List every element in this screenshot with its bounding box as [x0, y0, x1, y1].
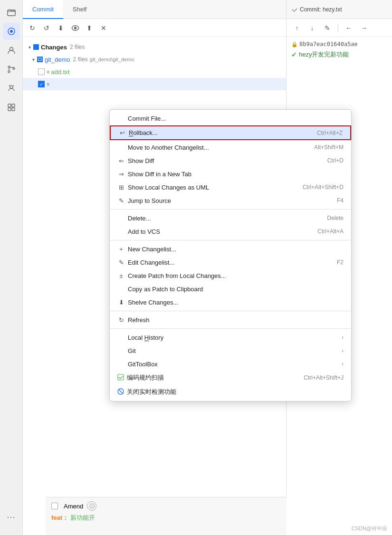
amend-checkbox[interactable]	[51, 503, 58, 509]
show-diff-icon: ⇐	[117, 157, 125, 164]
repo-indicator	[37, 57, 43, 62]
bottom-bar: Amend ⓘ feat： 新功能开	[46, 497, 309, 535]
menu-local-history[interactable]: Local History ›	[110, 331, 351, 344]
menu-add-vcs[interactable]: Add to VCS Ctrl+Alt+A	[110, 225, 351, 238]
menu-rollback[interactable]: ↩ Rollback... Ctrl+Alt+Z	[110, 125, 351, 140]
sidebar: ···	[0, 0, 23, 535]
git-label: Git	[128, 347, 136, 354]
changes-arrow: ▾	[27, 44, 32, 50]
diff-edit-button[interactable]: ✎	[322, 22, 333, 34]
repo-label: git_demo	[45, 56, 70, 63]
code-scan-icon	[117, 374, 124, 382]
create-patch-label: Create Patch from Local Changes...	[128, 272, 226, 279]
sidebar-icon-apps[interactable]	[3, 99, 20, 116]
file1-label: add.txt	[51, 68, 69, 76]
rollback-icon: ↩	[118, 129, 126, 136]
diff-hash-row: 🔒 8b9a7eac01640a5ae	[291, 41, 387, 48]
jump-source-icon: ✎	[117, 197, 125, 204]
delete-shortcut: Delete	[327, 215, 344, 221]
refresh-label: Refresh	[128, 316, 150, 324]
diff-down-button[interactable]: ↓	[306, 22, 318, 34]
diff-header: Commit: hezy.txt	[287, 0, 392, 19]
sidebar-icon-cat[interactable]	[3, 80, 20, 97]
sidebar-icon-branch[interactable]	[3, 61, 20, 78]
amend-label: Amend	[64, 503, 83, 510]
menu-commit-file[interactable]: Commit File...	[110, 112, 351, 125]
tab-commit[interactable]: Commit	[23, 0, 63, 19]
sidebar-icon-folder[interactable]	[3, 4, 20, 21]
menu-realtime-detect[interactable]: 关闭实时检测功能	[110, 385, 351, 399]
repo-row[interactable]: ▾ git_demo 2 files git_demo\git_demo	[23, 53, 286, 66]
amend-info[interactable]: ⓘ	[87, 501, 96, 511]
menu-create-patch[interactable]: ± Create Patch from Local Changes...	[110, 269, 351, 282]
refresh-button[interactable]: ↻	[27, 22, 38, 34]
sidebar-icon-user[interactable]	[3, 42, 20, 59]
show-diff-tab-label: Show Diff in a New Tab	[128, 171, 191, 178]
diff-up-button[interactable]: ↑	[291, 22, 303, 34]
menu-edit-changelist[interactable]: ✎ Edit Changelist... F2	[110, 256, 351, 269]
menu-shelve[interactable]: ⬇ Shelve Changes...	[110, 296, 351, 309]
menu-code-scan[interactable]: 编码规约扫描 Ctrl+Alt+Shift+J	[110, 371, 351, 385]
edit-changelist-label: Edit Changelist...	[128, 259, 174, 266]
file1-row[interactable]: ≡ add.txt	[23, 66, 286, 78]
menu-show-diff-tab[interactable]: ⇒ Show Diff in a New Tab	[110, 167, 351, 181]
watermark: CSDN@何中应	[352, 525, 387, 532]
menu-copy-patch[interactable]: Copy as Patch to Clipboard	[110, 282, 351, 296]
delete-label: Delete...	[128, 215, 151, 222]
menu-show-uml[interactable]: ⊞ Show Local Changes as UML Ctrl+Alt+Shi…	[110, 181, 351, 194]
diff-title: Commit: hezy.txt	[300, 6, 342, 13]
file2-checkbox[interactable]	[38, 81, 45, 87]
download-button[interactable]: ⬇	[55, 22, 67, 34]
divider-2	[110, 240, 351, 240]
diff-back-button[interactable]: ←	[343, 22, 354, 34]
menu-move-changelist[interactable]: Move to Another Changelist... Alt+Shift+…	[110, 141, 351, 154]
menu-new-changelist[interactable]: + New Changelist...	[110, 242, 351, 256]
jump-source-label: Jump to Source	[128, 197, 171, 204]
show-diff-shortcut: Ctrl+D	[327, 157, 344, 164]
copy-patch-label: Copy as Patch to Clipboard	[128, 286, 203, 293]
check-icon: ✔	[291, 51, 297, 58]
sidebar-icon-more[interactable]: ···	[3, 508, 20, 525]
file2-row[interactable]: ≡	[23, 78, 286, 90]
show-diff-label: Show Diff	[128, 157, 154, 164]
sidebar-icon-commit[interactable]	[3, 23, 20, 40]
changes-count: 2 files	[70, 44, 85, 50]
diff-message: hezy开发完新功能	[299, 50, 349, 59]
commit-message: feat： 新功能开	[51, 514, 304, 522]
svg-rect-8	[8, 104, 11, 107]
tab-bar: Commit Shelf	[23, 0, 286, 19]
show-diff-tab-icon: ⇒	[117, 171, 125, 178]
move-changelist-shortcut: Alt+Shift+M	[314, 144, 344, 151]
gittoolbox-arrow: ›	[342, 361, 344, 367]
new-changelist-icon: +	[117, 246, 125, 253]
diff-forward-button[interactable]: →	[358, 22, 370, 34]
menu-show-diff[interactable]: ⇐ Show Diff Ctrl+D	[110, 154, 351, 167]
eye-button[interactable]	[69, 22, 81, 34]
close-button[interactable]: ✕	[98, 22, 109, 34]
refresh-icon: ↻	[117, 316, 125, 324]
menu-jump-source[interactable]: ✎ Jump to Source F4	[110, 194, 351, 207]
divider-4	[110, 328, 351, 329]
rollback-shortcut: Ctrl+Alt+Z	[317, 130, 343, 136]
code-scan-shortcut: Ctrl+Alt+Shift+J	[304, 374, 344, 381]
file1-checkbox[interactable]	[38, 68, 45, 75]
svg-point-7	[10, 86, 13, 88]
toolbar: ↻ ↺ ⬇ ⬆ ✕	[23, 19, 286, 37]
svg-line-17	[119, 390, 123, 393]
add-vcs-label: Add to VCS	[128, 228, 160, 235]
tab-shelf[interactable]: Shelf	[63, 0, 96, 19]
jump-source-shortcut: F4	[337, 197, 344, 204]
divider-1	[110, 209, 351, 210]
undo-button[interactable]: ↺	[41, 22, 52, 34]
menu-delete[interactable]: Delete... Delete	[110, 211, 351, 225]
menu-gittoolbox[interactable]: GitToolBox ›	[110, 357, 351, 371]
changes-row[interactable]: ▾ Changes 2 files	[23, 41, 286, 53]
menu-git[interactable]: Git ›	[110, 344, 351, 357]
upload-button[interactable]: ⬆	[84, 22, 95, 34]
svg-rect-15	[118, 374, 124, 380]
show-uml-shortcut: Ctrl+Alt+Shift+D	[303, 184, 344, 191]
menu-refresh[interactable]: ↻ Refresh	[110, 313, 351, 326]
diff-content: 🔒 8b9a7eac01640a5ae ✔ hezy开发完新功能	[287, 37, 392, 63]
diff-header-icon	[291, 6, 298, 13]
svg-rect-14	[38, 58, 41, 61]
